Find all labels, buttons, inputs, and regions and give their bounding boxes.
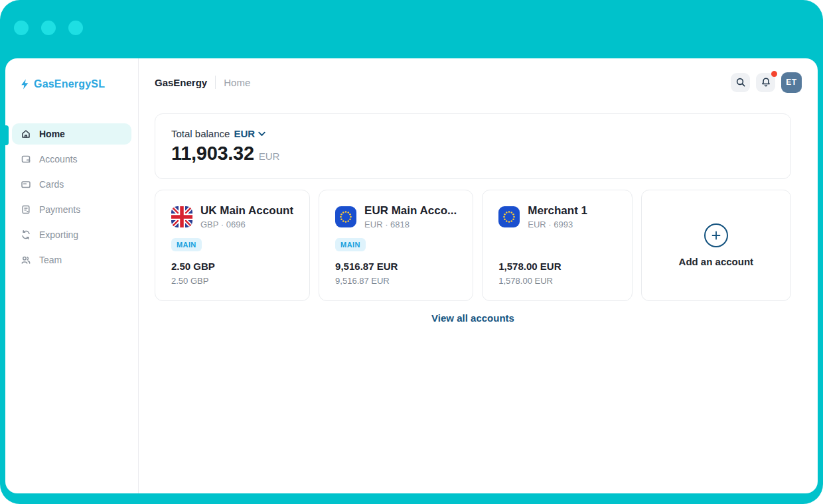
- account-card-titles: EUR Main Acco... EUR · 6818: [364, 204, 457, 229]
- topbar-actions: ET: [731, 72, 802, 93]
- total-balance-amount-currency: EUR: [259, 151, 280, 162]
- sidebar-item-label: Accounts: [39, 154, 78, 164]
- account-name: Merchant 1: [528, 204, 587, 218]
- account-amount: 2.50 GBP: [171, 261, 293, 272]
- sidebar-nav: Home Accounts Cards: [5, 123, 138, 271]
- account-amount-secondary: 1,578.00 EUR: [498, 276, 615, 286]
- topbar: GasEnergy Home: [139, 58, 818, 93]
- sidebar-item-label: Home: [39, 129, 65, 139]
- window-control-dot[interactable]: [68, 21, 83, 35]
- search-button[interactable]: [731, 73, 750, 92]
- breadcrumb-page: Home: [224, 77, 250, 88]
- account-card-head: EUR Main Acco... EUR · 6818: [335, 204, 457, 229]
- chevron-down-icon: [258, 131, 265, 137]
- account-card-uk-main[interactable]: UK Main Account GBP · 0696 MAIN 2.50 GBP…: [155, 190, 310, 301]
- add-account-card[interactable]: Add an account: [641, 190, 791, 301]
- account-amounts: 1,578.00 EUR 1,578.00 EUR: [498, 261, 615, 286]
- app-logo[interactable]: GasEnergySL: [5, 58, 138, 90]
- bell-icon: [761, 77, 771, 88]
- account-name: UK Main Account: [200, 204, 293, 218]
- badge-row: MAIN: [335, 238, 457, 252]
- notifications-button[interactable]: [756, 73, 775, 92]
- breadcrumb: GasEnergy Home: [155, 76, 250, 89]
- account-meta: EUR · 6818: [364, 220, 457, 229]
- sidebar: GasEnergySL Home Accounts: [5, 58, 139, 493]
- sidebar-item-label: Cards: [39, 179, 64, 190]
- account-card-titles: UK Main Account GBP · 0696: [200, 204, 293, 229]
- browser-frame: GasEnergySL Home Accounts: [0, 0, 823, 504]
- account-card-head: Merchant 1 EUR · 6993: [498, 204, 615, 229]
- breadcrumb-app[interactable]: GasEnergy: [155, 77, 207, 88]
- balance-currency-value: EUR: [234, 128, 255, 139]
- main-badge: MAIN: [335, 238, 366, 251]
- account-meta: EUR · 6993: [528, 220, 587, 229]
- account-card-merchant-1[interactable]: Merchant 1 EUR · 6993 1,578.00 EUR 1,578…: [482, 190, 632, 301]
- sidebar-item-accounts[interactable]: Accounts: [12, 149, 131, 170]
- breadcrumb-divider: [215, 76, 216, 89]
- plus-circle-icon: [704, 223, 728, 247]
- sidebar-item-cards[interactable]: Cards: [12, 174, 131, 195]
- sidebar-item-team[interactable]: Team: [12, 249, 131, 271]
- account-card-titles: Merchant 1 EUR · 6993: [528, 204, 587, 229]
- sidebar-item-payments[interactable]: Payments: [12, 199, 131, 220]
- sidebar-item-exporting[interactable]: Exporting: [12, 224, 131, 245]
- wallet-icon: [21, 154, 31, 164]
- sidebar-item-label: Team: [39, 255, 62, 265]
- view-all-accounts-link[interactable]: View all accounts: [431, 312, 514, 324]
- total-balance-label: Total balance: [171, 128, 230, 139]
- main-content: GasEnergy Home: [139, 58, 818, 493]
- eu-flag-icon: [498, 206, 520, 227]
- view-all-row: View all accounts: [155, 312, 791, 324]
- app-logo-text: GasEnergySL: [34, 78, 105, 90]
- account-amounts: 2.50 GBP 2.50 GBP: [171, 261, 293, 286]
- sidebar-item-home[interactable]: Home: [12, 123, 131, 145]
- notification-dot: [771, 71, 777, 77]
- account-amounts: 9,516.87 EUR 9,516.87 EUR: [335, 261, 457, 286]
- sidebar-item-label: Payments: [39, 204, 80, 215]
- account-card-eur-main[interactable]: EUR Main Acco... EUR · 6818 MAIN 9,516.8…: [319, 190, 473, 301]
- people-icon: [21, 255, 31, 265]
- total-balance-amount-row: 11,903.32 EUR: [171, 143, 775, 164]
- uk-flag-icon: [171, 206, 192, 227]
- app-window: GasEnergySL Home Accounts: [5, 58, 818, 493]
- account-card-head: UK Main Account GBP · 0696: [171, 204, 293, 229]
- account-name: EUR Main Acco...: [364, 204, 457, 218]
- home-icon: [21, 129, 31, 139]
- account-amount: 9,516.87 EUR: [335, 261, 457, 272]
- main-badge: MAIN: [171, 238, 202, 251]
- account-amount-secondary: 2.50 GBP: [171, 276, 293, 286]
- window-control-dot[interactable]: [41, 21, 56, 35]
- total-balance-amount: 11,903.32: [171, 143, 254, 164]
- lightning-bolt-icon: [21, 79, 29, 90]
- sidebar-item-label: Exporting: [39, 229, 78, 240]
- account-amount-secondary: 9,516.87 EUR: [335, 276, 457, 286]
- active-nav-accent: [5, 125, 9, 145]
- card-icon: [21, 179, 31, 190]
- window-controls: [14, 21, 83, 35]
- badge-row: MAIN: [171, 238, 293, 252]
- eu-flag-icon: [335, 206, 356, 227]
- sync-icon: [21, 229, 31, 240]
- window-control-dot[interactable]: [14, 21, 29, 35]
- account-amount: 1,578.00 EUR: [498, 261, 615, 272]
- total-balance-card: Total balance EUR 11,903.32 EUR: [155, 113, 791, 179]
- account-meta: GBP · 0696: [200, 220, 293, 229]
- receipt-icon: [21, 204, 31, 215]
- total-balance-label-row: Total balance EUR: [171, 128, 775, 139]
- search-icon: [735, 77, 746, 88]
- avatar[interactable]: ET: [781, 72, 802, 93]
- accounts-row: UK Main Account GBP · 0696 MAIN 2.50 GBP…: [155, 190, 791, 301]
- add-account-label: Add an account: [679, 256, 754, 267]
- balance-currency-selector[interactable]: EUR: [234, 128, 265, 139]
